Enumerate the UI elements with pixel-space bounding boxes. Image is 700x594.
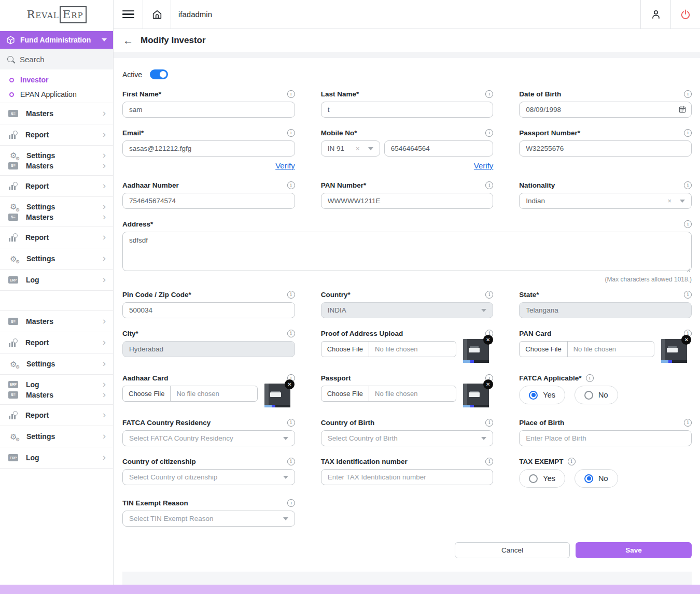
info-icon[interactable] (485, 291, 493, 299)
passport-file-input[interactable]: Choose File No file chosen (321, 386, 456, 402)
sidebar-item-report[interactable]: Report (0, 176, 113, 197)
fatca-country-select[interactable]: Select FATCA Country Residency (122, 430, 295, 446)
sidebar-item-report[interactable]: Report (0, 405, 113, 426)
pan-card-file-input[interactable]: Choose File No file chosen (519, 341, 654, 357)
passport-thumbnail[interactable] (463, 384, 489, 407)
info-icon[interactable] (684, 181, 692, 189)
pin-code-input[interactable] (122, 302, 295, 318)
info-icon[interactable] (287, 129, 295, 137)
place-of-birth-input[interactable] (519, 430, 692, 446)
tin-input[interactable] (321, 469, 494, 485)
info-icon[interactable] (287, 90, 295, 98)
info-icon[interactable] (287, 291, 295, 299)
field-pan-number: PAN Number* (321, 181, 494, 209)
sidebar-item-investor[interactable]: Investor (0, 73, 113, 87)
sidebar: RevalErp Fund Administration Investor EP… (0, 0, 114, 594)
country-code-select[interactable]: IN 91 (321, 140, 380, 157)
active-toggle[interactable] (150, 69, 168, 79)
info-icon[interactable] (287, 458, 295, 465)
back-arrow-icon[interactable] (123, 35, 133, 46)
cancel-button[interactable]: Cancel (455, 542, 570, 558)
calendar-icon[interactable] (678, 105, 687, 114)
chevron-right-icon (103, 431, 106, 441)
sidebar-item-masters[interactable]: Masters (0, 103, 113, 124)
sidebar-item-masters[interactable]: Masters (0, 311, 113, 332)
fatca-yes-radio[interactable]: Yes (519, 386, 565, 404)
info-icon[interactable] (684, 90, 692, 98)
info-icon[interactable] (586, 374, 594, 382)
save-button[interactable]: Save (576, 542, 692, 558)
sidebar-item-log[interactable]: Log (0, 447, 113, 469)
info-icon[interactable] (287, 330, 295, 337)
email-verify-link[interactable]: Verify (275, 161, 295, 170)
info-icon[interactable] (684, 419, 692, 427)
field-aadhaar-card: Aadhaar Card Choose File No file chosen (122, 374, 295, 407)
close-icon[interactable] (285, 379, 295, 389)
info-icon[interactable] (684, 220, 692, 228)
sidebar-item-log-masters[interactable]: Log Masters (0, 375, 113, 405)
close-icon[interactable] (483, 335, 493, 345)
proof-of-address-file-input[interactable]: Choose File No file chosen (321, 341, 456, 357)
info-icon[interactable] (485, 90, 493, 98)
module-switcher[interactable]: Fund Administration (0, 31, 113, 49)
chevron-right-icon (103, 180, 106, 190)
address-textarea[interactable]: sdfsdf (122, 232, 692, 271)
hamburger-menu-button[interactable] (114, 0, 143, 29)
clear-icon[interactable] (356, 145, 360, 152)
home-button[interactable] (143, 0, 171, 29)
proof-of-address-thumbnail[interactable] (463, 339, 489, 363)
sidebar-item-report[interactable]: Report (0, 124, 113, 146)
aadhaar-card-file-input[interactable]: Choose File No file chosen (122, 386, 258, 402)
tin-exempt-reason-select[interactable]: Select TIN Exempt Reason (122, 511, 295, 527)
info-icon[interactable] (485, 458, 493, 465)
sidebar-item-settings-masters[interactable]: Settings Masters (0, 197, 113, 227)
nationality-select[interactable]: Indian (519, 193, 692, 209)
settings-gears-icon (8, 254, 19, 263)
info-icon[interactable] (287, 499, 295, 507)
passport-number-input[interactable] (519, 140, 692, 157)
sidebar-search[interactable] (0, 49, 113, 69)
last-name-input[interactable] (321, 102, 494, 118)
tax-exempt-no-radio[interactable]: No (575, 469, 618, 488)
sidebar-item-settings[interactable]: Settings (0, 353, 113, 375)
page-header: Modify Investor (114, 29, 700, 52)
sidebar-item-epan-application[interactable]: EPAN Application (0, 87, 113, 102)
mobile-verify-link[interactable]: Verify (474, 161, 494, 170)
fatca-no-radio[interactable]: No (575, 386, 618, 404)
search-input[interactable] (20, 55, 97, 64)
close-icon[interactable] (483, 379, 493, 389)
sidebar-item-report[interactable]: Report (0, 332, 113, 353)
sidebar-item-settings[interactable]: Settings (0, 248, 113, 270)
aadhaar-card-thumbnail[interactable] (264, 384, 290, 407)
info-icon[interactable] (684, 129, 692, 137)
info-icon[interactable] (485, 129, 493, 137)
app-logo[interactable]: RevalErp (0, 0, 113, 29)
field-passport-file: Passport Choose File No file chosen (321, 374, 494, 407)
tax-exempt-yes-radio[interactable]: Yes (519, 469, 565, 488)
search-icon (7, 56, 13, 62)
sidebar-item-log[interactable]: Log (0, 270, 113, 291)
info-icon[interactable] (287, 419, 295, 427)
mobile-number-input[interactable] (384, 140, 494, 157)
sidebar-item-report[interactable]: Report (0, 227, 113, 248)
dob-input[interactable] (519, 102, 692, 118)
country-of-birth-select[interactable]: Select Country of Birth (321, 430, 494, 446)
pan-card-thumbnail[interactable] (661, 339, 687, 363)
info-icon[interactable] (485, 181, 493, 189)
info-icon[interactable] (684, 291, 692, 299)
sidebar-item-settings-masters[interactable]: Settings Masters (0, 146, 113, 176)
info-icon[interactable] (568, 458, 576, 465)
sidebar-item-settings[interactable]: Settings (0, 426, 113, 447)
email-input[interactable] (122, 140, 295, 157)
clear-icon[interactable] (667, 197, 671, 205)
logout-button[interactable] (670, 0, 700, 29)
profile-button[interactable] (640, 0, 670, 29)
citizenship-select[interactable]: Select Country of citizenship (122, 469, 295, 485)
first-name-input[interactable] (122, 102, 295, 118)
close-icon[interactable] (681, 335, 691, 345)
field-city: City* (122, 329, 295, 363)
aadhaar-number-input[interactable] (122, 193, 295, 209)
info-icon[interactable] (485, 419, 493, 427)
info-icon[interactable] (287, 181, 295, 189)
pan-number-input[interactable] (321, 193, 494, 209)
